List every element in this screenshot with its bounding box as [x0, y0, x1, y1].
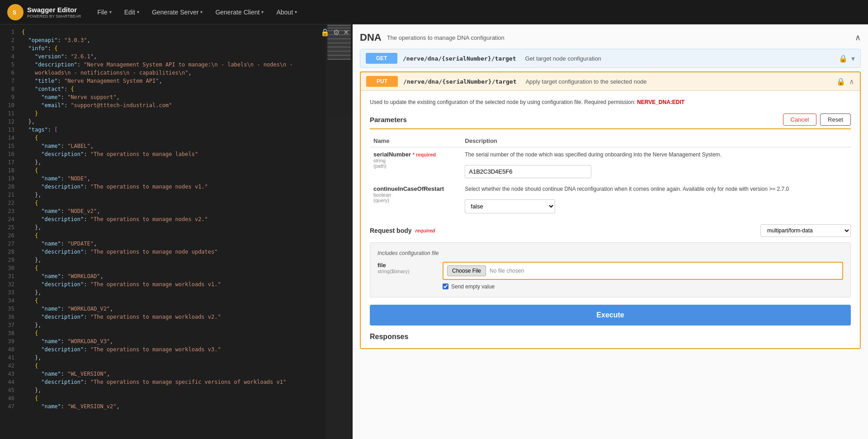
about-arrow-icon: ▾	[295, 9, 297, 14]
file-field-name: file	[377, 262, 432, 269]
dna-section-header: DNA The operations to manage DNA configu…	[360, 32, 861, 43]
main-layout: 🔒 ⚙ ✕ 12345 678910 1112131415 1617181920…	[0, 24, 868, 439]
get-expand-icon[interactable]: ▾	[851, 54, 855, 63]
get-endpoint-path: /nerve/dna/{serialNumber}/target	[403, 55, 516, 62]
file-section: Includes configuration file file string(…	[370, 242, 851, 297]
file-section-title: Includes configuration file	[377, 250, 843, 256]
top-navigation: S Swagger Editor POWERED BY SMARTBEAR Fi…	[0, 0, 868, 24]
parameters-buttons: Cancel Reset	[783, 113, 851, 126]
responses-section: Responses	[370, 333, 851, 341]
param-continue-desc-cell: Select whether the node should continue …	[461, 182, 851, 217]
nav-about[interactable]: About ▾	[271, 6, 302, 19]
param-serial-name: serialNumber * required	[373, 151, 458, 158]
swagger-ui: DNA The operations to manage DNA configu…	[353, 24, 868, 439]
nav-generate-client[interactable]: Generate Client ▾	[210, 6, 269, 19]
editor-toolbar: 🔒 ⚙ ✕	[321, 28, 349, 37]
put-endpoint-icons: 🔒 ∧	[836, 77, 854, 86]
gen-client-arrow-icon: ▾	[261, 9, 264, 14]
param-serial-location: (path)	[373, 163, 458, 169]
param-serial-required: * required	[413, 152, 436, 157]
execute-button[interactable]: Execute	[370, 305, 851, 326]
put-collapse-icon[interactable]: ∧	[849, 77, 854, 86]
request-body-title: Request body required	[370, 227, 435, 234]
put-endpoint-path: /nerve/dna/{serialNumber}/target	[403, 78, 516, 85]
table-row: serialNumber * required string (path) Th…	[370, 147, 851, 182]
param-continue-type: boolean	[373, 192, 458, 198]
app-name: Swagger Editor POWERED BY SMARTBEAR	[27, 6, 81, 19]
dna-tag: DNA	[360, 32, 382, 43]
file-input-wrapper: Choose File No file chosen	[443, 262, 843, 280]
param-continue-name: continueInCaseOfRestart	[373, 185, 458, 192]
file-row: file string($binary) Choose File No file…	[377, 262, 843, 290]
get-endpoint-summary: Get target node configuration	[525, 55, 833, 62]
param-serial-type: string	[373, 158, 458, 163]
responses-title: Responses	[370, 333, 408, 340]
code-area: 12345 678910 1112131415 1617181920 21222…	[0, 24, 353, 439]
content-type-select[interactable]: multipart/form-data application/json	[760, 224, 851, 237]
svg-text:S: S	[13, 9, 16, 16]
minimap	[326, 24, 353, 439]
close-editor-icon[interactable]: ✕	[343, 28, 349, 37]
code-editor: 🔒 ⚙ ✕ 12345 678910 1112131415 1617181920…	[0, 24, 353, 439]
put-endpoint-summary: Apply target configuration to the select…	[525, 78, 831, 85]
logo-icon: S	[7, 4, 24, 20]
cancel-button[interactable]: Cancel	[783, 113, 816, 126]
put-endpoint-body: Used to update the existing configuratio…	[361, 90, 860, 348]
get-endpoint[interactable]: GET /nerve/dna/{serialNumber}/target Get…	[360, 49, 861, 68]
serial-number-input[interactable]	[465, 165, 591, 178]
send-empty-row: Send empty value	[443, 283, 843, 290]
nav-edit[interactable]: Edit ▾	[119, 6, 145, 19]
col-description: Description	[461, 135, 851, 147]
file-input-column: Choose File No file chosen Send empty va…	[443, 262, 843, 290]
file-label-column: file string($binary)	[377, 262, 432, 274]
request-body-required-badge: required	[415, 228, 435, 233]
choose-file-button[interactable]: Choose File	[447, 265, 486, 276]
nav-generate-server[interactable]: Generate Server ▾	[146, 6, 208, 19]
file-arrow-icon: ▾	[109, 9, 112, 14]
put-method-badge: PUT	[366, 76, 398, 87]
file-field-type: string($binary)	[377, 269, 432, 274]
gen-server-arrow-icon: ▾	[200, 9, 203, 14]
nav-file[interactable]: File ▾	[92, 6, 117, 19]
param-continue-description: Select whether the node should continue …	[465, 185, 847, 193]
param-continue-location: (query)	[373, 198, 458, 203]
send-empty-checkbox[interactable]	[443, 283, 448, 289]
continue-restart-select[interactable]: false true	[465, 199, 555, 213]
put-endpoint-header[interactable]: PUT /nerve/dna/{serialNumber}/target App…	[361, 72, 860, 90]
no-file-text: No file chosen	[490, 268, 524, 274]
app-logo: S Swagger Editor POWERED BY SMARTBEAR	[7, 4, 81, 20]
line-numbers: 12345 678910 1112131415 1617181920 21222…	[0, 24, 18, 439]
edit-arrow-icon: ▾	[137, 9, 139, 14]
param-desc-cell: The serial number of the node which was …	[461, 147, 851, 182]
nav-menu: File ▾ Edit ▾ Generate Server ▾ Generate…	[92, 6, 302, 19]
col-name: Name	[370, 135, 461, 147]
table-row: continueInCaseOfRestart boolean (query) …	[370, 182, 851, 217]
lock-icon[interactable]: 🔒	[321, 28, 330, 37]
parameters-header: Parameters Cancel Reset	[370, 113, 851, 129]
get-lock-icon: 🔒	[839, 54, 848, 63]
settings-icon[interactable]: ⚙	[333, 28, 340, 37]
param-name-cell: serialNumber * required string (path)	[370, 147, 461, 182]
put-lock-icon: 🔒	[836, 77, 845, 86]
code-text[interactable]: { "openapi": "3.0.3", "info": { "version…	[18, 24, 353, 439]
parameters-table: Name Description serialNumber * required	[370, 135, 851, 217]
param-serial-description: The serial number of the node which was …	[465, 151, 847, 159]
reset-button[interactable]: Reset	[820, 113, 851, 126]
param-continue-name-cell: continueInCaseOfRestart boolean (query)	[370, 182, 461, 217]
dna-collapse-icon[interactable]: ∧	[855, 33, 861, 42]
request-body-header: Request body required multipart/form-dat…	[370, 224, 851, 237]
get-method-badge: GET	[366, 53, 397, 64]
send-empty-label: Send empty value	[451, 283, 495, 290]
put-endpoint: PUT /nerve/dna/{serialNumber}/target App…	[360, 71, 861, 349]
dna-title-group: DNA The operations to manage DNA configu…	[360, 32, 505, 43]
get-endpoint-icons: 🔒 ▾	[839, 54, 855, 63]
dna-description: The operations to manage DNA configurati…	[387, 34, 505, 41]
put-description: Used to update the existing configuratio…	[370, 98, 851, 106]
parameters-title: Parameters	[370, 116, 407, 123]
